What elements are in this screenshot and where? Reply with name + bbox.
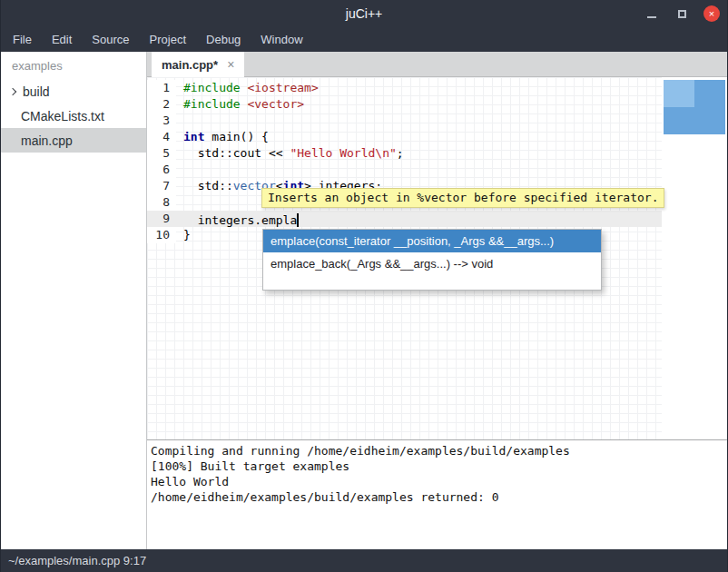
code-line-1[interactable]: 1#include <iostream> (147, 80, 662, 96)
scrollbar-thumb[interactable] (664, 80, 725, 134)
editor-area: 1#include <iostream>2#include <vector>34… (147, 77, 727, 440)
code-line-9[interactable]: 9 integers.empla (147, 211, 662, 227)
file-tree-header: examples (1, 52, 146, 79)
menu-edit[interactable]: Edit (42, 28, 82, 51)
maximize-button[interactable] (674, 5, 690, 22)
completion-item[interactable]: emplace(const_iterator __position, _Args… (263, 230, 601, 252)
code-text: integers.empla (176, 211, 299, 227)
window-controls: × (644, 0, 720, 27)
editor-panel: main.cpp*× 1#include <iostream>2#include… (147, 52, 727, 549)
minimize-icon (647, 16, 656, 18)
code-text: std::cout << "Hello World\n"; (176, 145, 404, 162)
menu-file[interactable]: File (3, 28, 42, 51)
tree-item-main-cpp[interactable]: main.cpp (1, 128, 146, 153)
code-text (176, 113, 183, 129)
menu-source[interactable]: Source (82, 28, 139, 51)
line-number: 9 (147, 211, 176, 227)
tab-main-cpp[interactable]: main.cpp*× (152, 52, 244, 77)
code-line-4[interactable]: 4int main() { (147, 129, 662, 145)
completion-item[interactable]: emplace_back(_Args &&__args...) --> void (263, 252, 601, 275)
doc-tooltip: Inserts an object in %vector before spec… (261, 188, 664, 208)
tree-item-label: build (23, 84, 50, 99)
file-tree: buildCMakeLists.txtmain.cpp (1, 79, 146, 153)
line-number: 1 (147, 80, 176, 96)
line-number: 5 (147, 145, 176, 162)
chevron-right-icon[interactable] (8, 89, 23, 94)
menu-window[interactable]: Window (251, 28, 312, 51)
tabbar: main.cpp*× (147, 52, 727, 77)
line-number: 3 (147, 113, 176, 129)
terminal-line: /home/eidheim/examples/build/examples re… (151, 489, 723, 505)
code-line-2[interactable]: 2#include <vector> (147, 96, 662, 113)
code-text (176, 194, 183, 211)
tree-item-label: main.cpp (21, 133, 73, 148)
close-button[interactable]: × (703, 5, 720, 22)
code-text: } (176, 227, 191, 243)
line-number: 7 (147, 178, 176, 194)
code-line-5[interactable]: 5 std::cout << "Hello World\n"; (147, 145, 662, 162)
line-number: 6 (147, 162, 176, 178)
code-line-3[interactable]: 3 (147, 113, 662, 129)
text-cursor (297, 213, 299, 227)
tree-item-label: CMakeLists.txt (21, 109, 104, 123)
line-number: 4 (147, 129, 176, 145)
tab-label: main.cpp* (162, 58, 218, 72)
tab-close-icon[interactable]: × (227, 57, 234, 72)
maximize-icon (678, 10, 686, 18)
code-line-6[interactable]: 6 (147, 162, 662, 178)
menubar: FileEditSourceProjectDebugWindow (1, 27, 727, 52)
menu-debug[interactable]: Debug (196, 28, 251, 51)
window-title: juCi++ (1, 0, 727, 27)
close-icon: × (709, 9, 714, 19)
overview-column (662, 77, 727, 439)
code-text (176, 162, 183, 178)
line-number: 2 (147, 96, 176, 113)
menu-project[interactable]: Project (140, 28, 196, 51)
statusbar-text: ~/examples/main.cpp 9:17 (8, 554, 146, 567)
file-tree-panel: examples buildCMakeLists.txtmain.cpp (1, 52, 147, 549)
titlebar[interactable]: juCi++ × (1, 0, 727, 27)
main-area: examples buildCMakeLists.txtmain.cpp mai… (1, 52, 727, 549)
line-number: 10 (147, 227, 176, 243)
terminal-line: [100%] Built target examples (151, 459, 723, 474)
code-text: #include <vector> (176, 96, 304, 113)
completion-popup: emplace(const_iterator __position, _Args… (262, 229, 602, 291)
tree-item-cmakelists-txt[interactable]: CMakeLists.txt (1, 104, 146, 128)
terminal-line: Compiling and running /home/eidheim/exam… (151, 443, 723, 459)
tree-item-build[interactable]: build (1, 79, 146, 104)
code-text: int main() { (176, 129, 269, 145)
statusbar: ~/examples/main.cpp 9:17 (1, 549, 727, 572)
line-number: 8 (147, 194, 176, 211)
scrollbar-thumb-highlight (664, 80, 694, 107)
terminal-line: Hello World (151, 474, 723, 489)
code-text: #include <iostream> (176, 80, 319, 96)
minimize-button[interactable] (644, 5, 660, 22)
terminal-output[interactable]: Compiling and running /home/eidheim/exam… (147, 440, 727, 549)
app-window: juCi++ × FileEditSourceProjectDebugWindo… (0, 0, 728, 572)
